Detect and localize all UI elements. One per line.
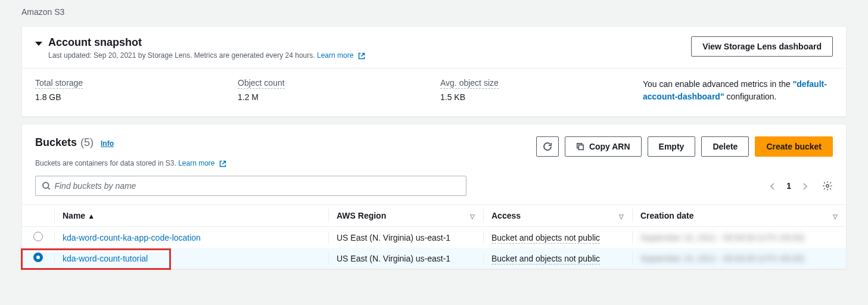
row-created: September 15, 2021 - 00:00:00 (UTC-05:00… [640, 254, 805, 263]
buckets-panel: Buckets (5) Info Copy ARN Empty Delete C… [21, 124, 847, 269]
buckets-table: Name▲ AWS Region▽ Access▽ Creation date▽ [22, 204, 846, 269]
row-access: Bucket and objects not public [491, 254, 600, 264]
filter-icon: ▽ [833, 213, 838, 220]
service-name: Amazon S3 [21, 7, 64, 17]
create-bucket-button[interactable]: Create bucket [755, 136, 833, 157]
buckets-subtitle: Buckets are containers for data stored i… [22, 157, 846, 167]
buckets-count: (5) [80, 136, 94, 149]
collapse-caret-icon[interactable] [35, 42, 42, 46]
copy-icon [576, 142, 584, 151]
gear-icon [822, 180, 833, 191]
snapshot-learn-more-link[interactable]: Learn more [317, 51, 365, 60]
refresh-icon [543, 142, 552, 151]
object-count-value: 1.2 M [238, 92, 440, 102]
table-row[interactable]: kda-word-count-ka-app-code-location US E… [22, 227, 846, 248]
chevron-right-icon [802, 182, 808, 191]
table-row[interactable]: kda-word-count-tutorial US East (N. Virg… [22, 248, 846, 269]
snapshot-title: Account snapshot [48, 36, 142, 49]
settings-button[interactable] [822, 180, 833, 191]
buckets-title: Buckets [35, 136, 77, 149]
row-access: Bucket and objects not public [491, 233, 600, 244]
avg-size-label: Avg. object size [440, 78, 499, 89]
pager-next[interactable] [802, 181, 808, 191]
snapshot-subtitle: Last updated: Sep 20, 2021 by Storage Le… [48, 51, 365, 60]
buckets-info-link[interactable]: Info [101, 139, 114, 148]
search-icon [42, 181, 51, 191]
row-radio[interactable] [33, 232, 43, 241]
account-snapshot-panel: Account snapshot Last updated: Sep 20, 2… [21, 26, 847, 117]
total-storage-label: Total storage [35, 78, 83, 89]
bucket-link[interactable]: kda-word-count-ka-app-code-location [63, 233, 201, 242]
col-region[interactable]: AWS Region▽ [328, 205, 483, 227]
row-radio[interactable] [33, 253, 43, 262]
row-region: US East (N. Virginia) us-east-1 [328, 248, 483, 269]
external-link-icon [358, 51, 365, 60]
buckets-learn-more-link[interactable]: Learn more [178, 159, 226, 167]
total-storage-value: 1.8 GB [35, 92, 238, 102]
view-storage-lens-button[interactable]: View Storage Lens dashboard [691, 36, 833, 57]
external-link-icon [219, 159, 226, 167]
search-input-container[interactable] [35, 176, 466, 196]
pager-prev[interactable] [770, 181, 776, 191]
refresh-button[interactable] [536, 136, 559, 157]
pager-page: 1 [786, 181, 791, 191]
search-input[interactable] [53, 180, 460, 191]
svg-rect-0 [578, 145, 583, 150]
object-count-label: Object count [238, 78, 285, 89]
bucket-link[interactable]: kda-word-count-tutorial [63, 254, 148, 263]
advanced-metrics-hint: You can enable advanced metrics in the "… [643, 78, 833, 103]
avg-size-value: 1.5 KB [440, 92, 643, 102]
svg-point-2 [826, 185, 829, 188]
col-name[interactable]: Name▲ [54, 205, 328, 227]
delete-button[interactable]: Delete [701, 136, 749, 157]
col-created[interactable]: Creation date▽ [632, 205, 846, 227]
sort-asc-icon: ▲ [88, 212, 95, 220]
row-created: September 15, 2021 - 00:00:00 (UTC-05:00… [640, 233, 805, 242]
filter-icon: ▽ [619, 213, 624, 220]
row-region: US East (N. Virginia) us-east-1 [328, 227, 483, 248]
svg-point-1 [43, 182, 49, 188]
filter-icon: ▽ [470, 213, 475, 220]
col-access[interactable]: Access▽ [483, 205, 632, 227]
empty-button[interactable]: Empty [648, 136, 696, 157]
copy-arn-button[interactable]: Copy ARN [565, 136, 642, 157]
chevron-left-icon [770, 182, 776, 191]
